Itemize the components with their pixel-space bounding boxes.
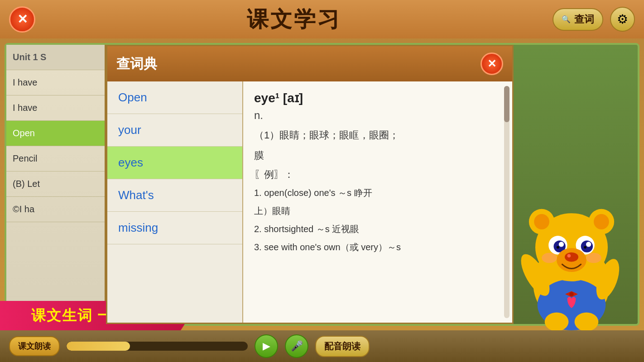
dictionary-popup: 查词典 ✕ Open your eyes What's missing [106,45,514,324]
top-bar: ✕ 课文学习 🔍 查词 ⚙ [0,0,644,38]
def-example-1: 1. open(close) one's ～s 睁开 [254,185,501,200]
word-item-your[interactable]: your [107,114,242,147]
top-right-buttons: 🔍 查词 ⚙ [553,7,635,32]
svg-point-14 [557,246,559,249]
lesson-item-open[interactable]: Open [6,121,105,146]
svg-point-11 [581,240,593,252]
play-button[interactable]: ▶ [255,334,278,358]
word-list: Open your eyes What's missing [107,81,243,323]
word-item-whats[interactable]: What's [107,179,242,212]
lesson-item-b-let[interactable]: (B) Let [6,171,105,197]
def-example-2: 2. shortsighted ～s 近视眼 [254,221,501,237]
svg-point-21 [545,312,569,330]
def-word-title: eye¹ [aɪ] [254,90,501,105]
app-container: ✕ 课文学习 🔍 查词 ⚙ Unit 1 S I have [0,0,644,362]
word-item-open[interactable]: Open [107,81,242,114]
mic-button[interactable]: 🎤 [285,334,308,358]
lesson-item-unit1s[interactable]: Unit 1 S [6,45,105,70]
bear-svg [508,186,635,330]
word-item-missing[interactable]: missing [107,212,242,244]
settings-button[interactable]: ⚙ [610,7,635,32]
read-lesson-button[interactable]: 课文朗读 [9,336,60,356]
def-example-header: 〖例〗： [254,168,501,181]
dict-body: Open your eyes What's missing eye¹ [aɪ] … [107,81,512,323]
svg-point-24 [586,253,601,263]
mic-icon: 🎤 [291,340,303,352]
lesson-item-ihave1[interactable]: I have [6,70,105,95]
bottom-bar: 课文朗读 ▶ 🎤 配音朗读 [0,330,644,362]
close-button[interactable]: ✕ [9,6,35,33]
def-example-3: 3. see with one's own（或 very）～s [254,239,501,255]
def-meaning1: （1）眼睛；眼球；眼眶，眼圈； [254,127,501,143]
lesson-item-iha[interactable]: ©I ha [6,197,105,222]
def-example-1b: 上）眼睛 [254,203,501,219]
dict-header: 查词典 ✕ [107,46,512,81]
svg-point-7 [594,214,609,229]
definition-panel: eye¹ [aɪ] n. （1）眼睛；眼球；眼眶，眼圈； 膜 〖例〗： 1. o… [243,81,512,323]
lesson-item-pencil[interactable]: Pencil [6,146,105,171]
search-icon: 🔍 [562,15,571,24]
svg-point-17 [565,252,578,262]
dub-button[interactable]: 配音朗读 [315,336,370,357]
svg-point-2 [569,292,573,296]
lesson-item-ihave2[interactable]: I have [6,95,105,121]
svg-point-12 [559,242,564,247]
gear-icon: ⚙ [617,12,628,27]
svg-point-13 [586,242,591,247]
dict-title: 查词典 [116,55,157,73]
search-label: 查词 [574,13,594,26]
svg-point-18 [567,254,571,258]
def-meaning1-cont: 膜 [254,148,501,163]
dict-close-button[interactable]: ✕ [481,52,503,75]
svg-point-23 [542,253,557,263]
scrollbar-thumb[interactable] [504,86,509,122]
play-icon: ▶ [263,340,270,352]
svg-point-15 [584,246,586,249]
def-pos: n. [254,109,501,122]
scrollbar-track[interactable] [504,86,509,318]
search-dict-button[interactable]: 🔍 查词 [553,8,603,31]
svg-point-22 [575,312,599,330]
bear-character [508,186,635,330]
svg-point-6 [534,214,549,229]
app-title: 课文学习 [247,5,341,34]
progress-bar-fill [67,342,130,351]
word-item-eyes[interactable]: eyes [107,147,242,179]
lesson-list: Unit 1 S I have I have Open Pencil (B) L… [6,45,106,324]
progress-bar-container [67,342,248,351]
